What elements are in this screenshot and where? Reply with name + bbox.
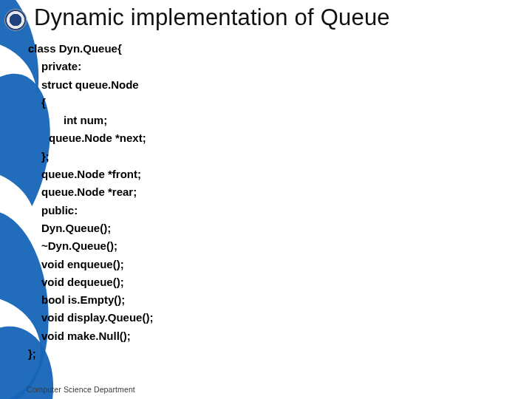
- code-line: struct queue.Node: [28, 76, 153, 94]
- code-line: ~Dyn.Queue();: [28, 237, 153, 255]
- code-line: void make.Null();: [28, 327, 153, 345]
- code-line: queue.Node *rear;: [28, 183, 153, 201]
- footer-department: Computer Science Department: [27, 385, 135, 394]
- slide-title: Dynamic implementation of Queue: [34, 4, 390, 31]
- code-line: void dequeue();: [28, 273, 153, 291]
- slide-content: Dynamic implementation of Queue class Dy…: [0, 0, 532, 399]
- code-line: {: [28, 94, 153, 112]
- code-line: };: [28, 148, 153, 166]
- code-line: queue.Node *next;: [28, 129, 153, 147]
- code-line: queue.Node *front;: [28, 166, 153, 183]
- code-listing: class Dyn.Queue{ private: struct queue.N…: [28, 40, 153, 363]
- code-line: private:: [28, 58, 153, 75]
- code-line: int num;: [28, 112, 153, 129]
- code-line: void display.Queue();: [28, 309, 153, 327]
- code-line: class Dyn.Queue{: [28, 40, 153, 58]
- code-line: };: [28, 345, 153, 363]
- university-seal-icon: [4, 9, 27, 31]
- code-line: public:: [28, 202, 153, 219]
- code-line: void enqueue();: [28, 256, 153, 273]
- code-line: bool is.Empty();: [28, 291, 153, 309]
- code-line: Dyn.Queue();: [28, 219, 153, 237]
